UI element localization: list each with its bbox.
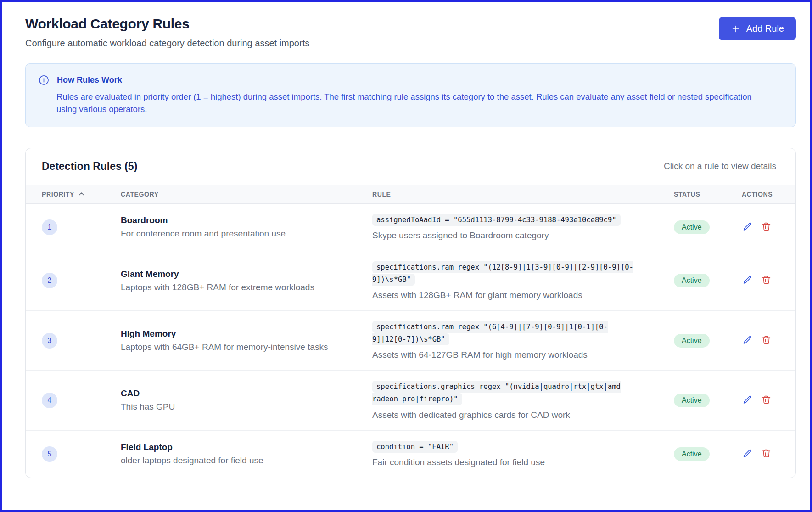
priority-cell: 2 bbox=[26, 273, 121, 288]
pencil-icon bbox=[743, 335, 752, 346]
add-rule-label: Add Rule bbox=[746, 23, 784, 34]
how-rules-work-info-box: How Rules Work Rules are evaluated in pr… bbox=[25, 63, 796, 127]
rule-expression: specifications.ram regex "(12[8-9]|1[3-9… bbox=[372, 261, 633, 286]
priority-header-label: PRIORITY bbox=[42, 191, 74, 198]
priority-badge: 4 bbox=[42, 393, 57, 408]
priority-badge: 2 bbox=[42, 273, 57, 288]
rule-cell: assignedToAadId = "655d1113-8799-4c33-91… bbox=[372, 214, 668, 241]
status-cell: Active bbox=[668, 220, 733, 234]
priority-badge: 3 bbox=[42, 333, 57, 349]
delete-rule-button[interactable] bbox=[761, 221, 772, 234]
category-name: Boardroom bbox=[121, 215, 358, 225]
rule-cell: specifications.graphics regex "(nvidia|q… bbox=[372, 381, 668, 420]
category-cell: Field Laptop older laptops designated fo… bbox=[121, 442, 372, 466]
rules-table-body: 1 Boardroom For conference room and pres… bbox=[26, 204, 795, 478]
edit-rule-button[interactable] bbox=[742, 448, 753, 461]
status-cell: Active bbox=[668, 274, 733, 287]
category-cell: Giant Memory Laptops with 128GB+ RAM for… bbox=[121, 269, 372, 293]
rule-description: Assets with 64-127GB RAM for high memory… bbox=[372, 350, 641, 360]
category-description: For conference room and presentation use bbox=[121, 229, 358, 239]
trash-icon bbox=[762, 275, 771, 286]
rules-table-header: PRIORITY CATEGORY RULE STATUS ACTIONS bbox=[26, 185, 795, 204]
category-name: Giant Memory bbox=[121, 269, 358, 279]
rule-expression: specifications.graphics regex "(nvidia|q… bbox=[372, 381, 621, 405]
status-badge: Active bbox=[674, 220, 710, 234]
trash-icon bbox=[762, 335, 771, 346]
priority-cell: 5 bbox=[26, 446, 121, 462]
rule-description: Skype users assigned to Boardroom catego… bbox=[372, 231, 641, 241]
pencil-icon bbox=[743, 395, 752, 406]
trash-icon bbox=[762, 395, 771, 406]
column-header-category: CATEGORY bbox=[121, 191, 372, 198]
plus-icon bbox=[731, 24, 741, 34]
detection-rules-hint: Click on a rule to view details bbox=[664, 161, 776, 171]
rule-expression: condition = "FAIR" bbox=[372, 441, 458, 453]
status-badge: Active bbox=[674, 274, 710, 287]
edit-rule-button[interactable] bbox=[742, 394, 753, 407]
rule-table-row[interactable]: 3 High Memory Laptops with 64GB+ RAM for… bbox=[26, 311, 795, 371]
detection-rules-title: Detection Rules (5) bbox=[42, 160, 137, 173]
actions-cell bbox=[733, 274, 795, 287]
workload-category-rules-page: Workload Category Rules Configure automa… bbox=[2, 2, 810, 478]
info-icon bbox=[39, 75, 49, 85]
status-badge: Active bbox=[674, 447, 710, 461]
column-header-priority[interactable]: PRIORITY bbox=[26, 191, 121, 198]
rule-expression: assignedToAadId = "655d1113-8799-4c33-91… bbox=[372, 214, 621, 226]
rule-expression: specifications.ram regex "(6[4-9]|[7-9][… bbox=[372, 321, 608, 345]
pencil-icon bbox=[743, 275, 752, 286]
column-header-actions: ACTIONS bbox=[733, 191, 795, 198]
delete-rule-button[interactable] bbox=[761, 274, 772, 287]
actions-cell bbox=[733, 221, 795, 234]
delete-rule-button[interactable] bbox=[761, 394, 772, 407]
status-badge: Active bbox=[674, 394, 710, 407]
status-badge: Active bbox=[674, 334, 710, 348]
rule-description: Assets with 128GB+ RAM for giant memory … bbox=[372, 290, 641, 300]
category-description: Laptops with 128GB+ RAM for extreme work… bbox=[121, 282, 358, 293]
status-cell: Active bbox=[668, 447, 733, 461]
detection-rules-card-header: Detection Rules (5) Click on a rule to v… bbox=[26, 148, 795, 185]
rule-table-row[interactable]: 2 Giant Memory Laptops with 128GB+ RAM f… bbox=[26, 251, 795, 311]
chevron-up-icon bbox=[78, 191, 85, 197]
priority-cell: 3 bbox=[26, 333, 121, 349]
priority-cell: 4 bbox=[26, 393, 121, 408]
category-name: Field Laptop bbox=[121, 442, 358, 452]
priority-badge: 5 bbox=[42, 446, 57, 462]
category-description: Laptops with 64GB+ RAM for memory-intens… bbox=[121, 342, 358, 352]
rule-cell: condition = "FAIR" Fair condition assets… bbox=[372, 441, 668, 467]
category-description: This has GPU bbox=[121, 402, 358, 412]
priority-cell: 1 bbox=[26, 219, 121, 235]
rule-table-row[interactable]: 1 Boardroom For conference room and pres… bbox=[26, 204, 795, 251]
pencil-icon bbox=[743, 222, 752, 233]
status-cell: Active bbox=[668, 394, 733, 407]
rule-table-row[interactable]: 5 Field Laptop older laptops designated … bbox=[26, 431, 795, 478]
edit-rule-button[interactable] bbox=[742, 274, 753, 287]
actions-cell bbox=[733, 394, 795, 407]
info-box-title: How Rules Work bbox=[57, 75, 122, 85]
category-cell: High Memory Laptops with 64GB+ RAM for m… bbox=[121, 329, 372, 352]
rule-cell: specifications.ram regex "(6[4-9]|[7-9][… bbox=[372, 321, 668, 360]
page-subtitle: Configure automatic workload category de… bbox=[25, 38, 309, 49]
trash-icon bbox=[762, 449, 771, 460]
page-header-text: Workload Category Rules Configure automa… bbox=[25, 16, 309, 49]
add-rule-button[interactable]: Add Rule bbox=[719, 17, 796, 40]
status-cell: Active bbox=[668, 334, 733, 348]
rule-cell: specifications.ram regex "(12[8-9]|1[3-9… bbox=[372, 261, 668, 300]
edit-rule-button[interactable] bbox=[742, 221, 753, 234]
category-description: older laptops designated for field use bbox=[121, 456, 358, 466]
page-header: Workload Category Rules Configure automa… bbox=[25, 16, 796, 49]
info-box-body: Rules are evaluated in priority order (1… bbox=[56, 91, 766, 116]
rule-description: Fair condition assets designated for fie… bbox=[372, 457, 641, 467]
trash-icon bbox=[762, 222, 771, 233]
edit-rule-button[interactable] bbox=[742, 334, 753, 347]
rule-table-row[interactable]: 4 CAD This has GPU specifications.graphi… bbox=[26, 371, 795, 430]
rule-description: Assets with dedicated graphics cards for… bbox=[372, 410, 641, 420]
delete-rule-button[interactable] bbox=[761, 334, 772, 347]
category-name: High Memory bbox=[121, 329, 358, 339]
category-cell: Boardroom For conference room and presen… bbox=[121, 215, 372, 239]
column-header-status: STATUS bbox=[668, 191, 733, 198]
detection-rules-card: Detection Rules (5) Click on a rule to v… bbox=[25, 148, 796, 478]
priority-badge: 1 bbox=[42, 219, 57, 235]
delete-rule-button[interactable] bbox=[761, 448, 772, 461]
category-cell: CAD This has GPU bbox=[121, 388, 372, 412]
column-header-rule: RULE bbox=[372, 191, 668, 198]
